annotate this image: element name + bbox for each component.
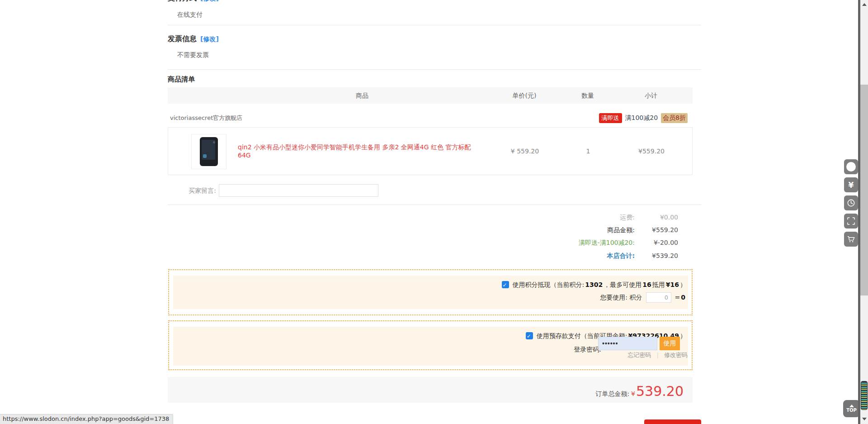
product-subtotal: ¥559.20: [620, 148, 683, 155]
column-header-subtotal: 小计: [619, 87, 683, 104]
full-gift-badge: 满即送: [599, 113, 622, 123]
product-thumbnail[interactable]: [191, 134, 226, 169]
payment-method-value: 在线支付: [177, 11, 203, 18]
points-equals-sign: =: [675, 293, 680, 302]
payment-section-title-row: 支付方式[修改]: [168, 0, 219, 3]
buyer-message-input[interactable]: [219, 184, 378, 197]
invoice-section-title-row: 发票信息[修改]: [168, 34, 219, 43]
section-divider: [168, 205, 701, 205]
up-arrow-icon: [849, 405, 854, 407]
summary-row-shop-total: 本店合计:¥539.20: [168, 251, 678, 260]
history-button[interactable]: [844, 195, 858, 210]
deposit-payment-box: 使用预存款支付（当前可用余额: ¥97322610.49 ） 登录密码: 使用 …: [168, 320, 693, 370]
forgot-password-link[interactable]: 忘记密码: [627, 352, 651, 358]
section-divider: [168, 25, 701, 25]
summary-row-promotion: 满即送-满100减20:¥-20.00: [168, 238, 678, 247]
points-label-suffix: ）: [680, 280, 686, 289]
top-button-label: TOP: [846, 408, 857, 413]
points-option-line: 使用积分抵现（当前积分: 1302 ，最多可使用 16 抵用 ¥16 ）: [502, 280, 686, 289]
phone-app-tile: [203, 154, 207, 158]
currency-icon: ¥: [849, 181, 854, 190]
submit-order-button[interactable]: [644, 419, 701, 424]
member-discount-badge: 会员8折: [661, 113, 688, 123]
deposit-checkbox[interactable]: [526, 332, 533, 339]
points-amount-input[interactable]: [646, 292, 671, 303]
link-separator: ｜: [655, 352, 660, 358]
summary-row-goods-amount: 商品金额:¥559.20: [168, 225, 678, 234]
product-row: qin2 小米有品小型迷你小爱同学智能手机学生备用 多亲2 全网通4G 红色 官…: [168, 127, 693, 175]
summary-row-shipping: 运费:¥0.00: [168, 213, 678, 222]
shipping-value: ¥0.00: [635, 213, 678, 222]
scan-icon: [847, 217, 855, 225]
goods-amount-label: 商品金额:: [607, 226, 635, 233]
store-row: victoriassecret官方旗舰店 满即送 满100减20 会员8折: [168, 113, 693, 124]
status-bar-url: https://www.slodon.cn/index.php?app=good…: [0, 414, 173, 424]
goods-amount-value: ¥559.20: [635, 225, 678, 234]
points-use-prefix: 您要使用: 积分: [600, 293, 642, 302]
shipping-label: 运费:: [620, 214, 635, 221]
password-label: 登录密码:: [574, 345, 601, 354]
points-label-deduct: 抵用: [652, 280, 665, 289]
user-avatar-button[interactable]: [844, 159, 858, 174]
goods-section-title: 商品清单: [168, 75, 195, 84]
scrollbar-up-arrow[interactable]: [862, 3, 867, 6]
payment-section-title: 支付方式: [168, 0, 197, 2]
balance-button[interactable]: ¥: [844, 177, 858, 192]
column-header-quantity: 数量: [556, 87, 619, 104]
shop-total-label: 本店合计:: [607, 252, 635, 259]
store-name-link[interactable]: victoriassecret官方旗舰店: [170, 113, 242, 123]
use-deposit-button[interactable]: 使用: [660, 337, 680, 350]
product-quantity: 1: [557, 148, 620, 155]
phone-camera-dot: [213, 141, 215, 143]
goods-table-header: 商品 单价(元) 数量 小计: [168, 87, 693, 104]
product-unit-price: ¥ 559.20: [493, 148, 557, 155]
promo-text-badge: 满100减20: [625, 114, 658, 122]
scan-button[interactable]: [844, 214, 858, 229]
clock-icon: [847, 199, 855, 207]
order-total-currency: ¥: [631, 390, 635, 397]
product-title-link[interactable]: qin2 小米有品小型迷你小爱同学智能手机学生备用 多亲2 全网通4G 红色 官…: [238, 143, 482, 159]
order-total-row: 订单总金额: ¥ 539.20: [168, 377, 693, 403]
invoice-value: 不需要发票: [177, 51, 209, 58]
change-password-link[interactable]: 修改密码: [664, 352, 688, 358]
checkout-page: 支付方式[修改] 在线支付 发票信息[修改] 不需要发票 商品清单 商品 单价(…: [0, 0, 868, 424]
points-current: 1302: [585, 280, 603, 289]
points-max-usable: 16: [642, 280, 651, 289]
order-total-amount: 539.20: [636, 383, 684, 399]
points-label-prefix: 使用积分抵现（当前积分:: [513, 280, 585, 289]
cart-icon: [847, 235, 855, 243]
section-divider: [168, 69, 701, 70]
points-use-result: 0: [681, 293, 685, 302]
points-use-line: 您要使用: 积分 = 0: [600, 293, 686, 302]
scrollbar-thumb[interactable]: [860, 85, 868, 295]
order-total-label: 订单总金额:: [595, 390, 629, 398]
invoice-edit-link[interactable]: [修改]: [200, 35, 219, 43]
column-header-unit-price: 单价(元): [493, 87, 556, 104]
login-password-input[interactable]: [598, 337, 657, 350]
deposit-label-suffix: ）: [680, 331, 686, 340]
scrollbar-minimap-widget[interactable]: [861, 381, 868, 410]
back-to-top-button[interactable]: TOP: [843, 400, 860, 417]
payment-edit-link[interactable]: [修改]: [200, 0, 219, 2]
points-checkbox[interactable]: [502, 281, 509, 288]
scrollbar-down-arrow[interactable]: [862, 418, 867, 420]
promotion-label: 满即送-满100减20:: [579, 239, 635, 246]
points-deduct-amount: ¥16: [666, 280, 679, 289]
points-label-mid: ，最多可使用: [604, 280, 642, 289]
invoice-section-title: 发票信息: [168, 34, 197, 43]
cart-button[interactable]: [844, 232, 858, 247]
buyer-message-label: 买家留言:: [168, 184, 216, 197]
store-badges: 满即送 满100减20 会员8折: [599, 113, 688, 123]
avatar-icon: [846, 162, 856, 172]
points-payment-box: 使用积分抵现（当前积分: 1302 ，最多可使用 16 抵用 ¥16 ） 您要使…: [168, 269, 693, 315]
password-links: 忘记密码｜修改密码: [627, 351, 688, 359]
promotion-value: ¥-20.00: [635, 238, 678, 247]
shop-total-value: ¥539.20: [635, 251, 678, 260]
